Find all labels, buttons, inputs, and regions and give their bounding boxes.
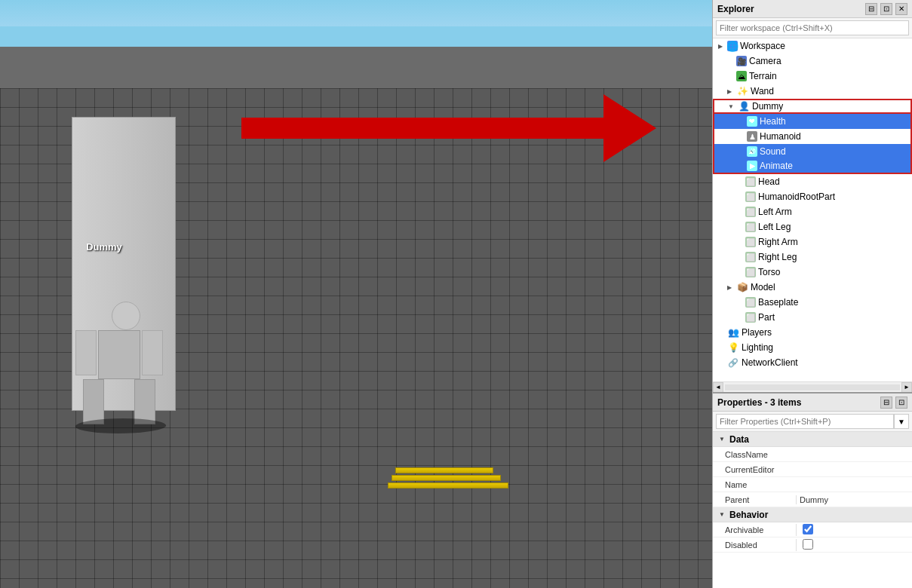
prop-name-classname: ClassName xyxy=(713,450,796,459)
item-icon-leftarm: ⬜ xyxy=(745,207,756,217)
tree-item-networkclient[interactable]: 🔗NetworkClient xyxy=(713,355,912,370)
tree-item-torso[interactable]: ⬜Torso xyxy=(713,265,912,280)
item-label-players: Players xyxy=(742,327,772,338)
prop-value-parent: Dummy xyxy=(796,495,912,504)
item-icon-head: ⬜ xyxy=(745,176,756,187)
char-right-leg xyxy=(134,379,155,424)
item-icon-players: 👥 xyxy=(727,326,739,338)
hscroll-left-btn[interactable]: ◄ xyxy=(713,382,723,393)
tree-item-leftarm[interactable]: ⬜Left Arm xyxy=(713,204,912,219)
item-icon-dummy-group: 👤 xyxy=(738,100,750,112)
tree-item-health[interactable]: ❤Health xyxy=(713,114,912,129)
tree-item-rightleg[interactable]: ⬜Right Leg xyxy=(713,250,912,265)
item-icon-part: ⬜ xyxy=(745,312,756,323)
prop-section-behavior[interactable]: ▼Behavior xyxy=(713,507,912,522)
viewport[interactable]: Dummy xyxy=(0,0,712,588)
properties-panel: Properties - 3 items ⊟ ⊡ ▼ ▼DataClassNam… xyxy=(713,392,912,588)
item-label-sound: Sound xyxy=(760,146,786,157)
tree-arrow-wand[interactable] xyxy=(725,87,734,96)
tree-item-humanoid[interactable]: ♟Humanoid xyxy=(713,129,912,144)
hscroll-track[interactable] xyxy=(725,384,900,390)
prop-row-name: Name xyxy=(713,477,912,492)
item-label-rightleg: Right Leg xyxy=(758,252,797,262)
item-label-part: Part xyxy=(758,312,775,323)
properties-content: ▼DataClassNameCurrentEditorNameParentDum… xyxy=(713,432,912,588)
prop-row-disabled: Disabled xyxy=(713,537,912,553)
tree-item-terrain[interactable]: ⛰Terrain xyxy=(713,69,912,84)
item-icon-wand: ✨ xyxy=(736,85,748,97)
tree-item-workspace[interactable]: 🌐Workspace xyxy=(713,38,912,54)
tree-item-players[interactable]: 👥Players xyxy=(713,325,912,340)
item-icon-humanoidrootpart: ⬜ xyxy=(745,191,756,202)
item-label-dummy-group: Dummy xyxy=(752,101,783,112)
prop-row-archivable: Archivable xyxy=(713,522,912,537)
tree-item-part[interactable]: ⬜Part xyxy=(713,310,912,325)
item-label-humanoidrootpart: HumanoidRootPart xyxy=(758,191,835,202)
tree-arrow-workspace[interactable] xyxy=(716,41,725,51)
item-label-head: Head xyxy=(758,176,780,187)
arrow-head xyxy=(603,94,656,162)
properties-filter-arrow[interactable]: ▼ xyxy=(894,414,909,429)
stack-object xyxy=(388,467,508,490)
prop-row-currenteditor: CurrentEditor xyxy=(713,462,912,477)
prop-section-arrow-behavior: ▼ xyxy=(717,510,726,519)
item-icon-model: 📦 xyxy=(736,281,748,293)
explorer-filter-input[interactable] xyxy=(716,20,909,35)
char-torso xyxy=(98,330,140,379)
tree-arrow-model[interactable] xyxy=(725,283,734,292)
item-icon-rightleg: ⬜ xyxy=(745,252,756,262)
explorer-title: Explorer xyxy=(717,4,754,14)
char-left-arm xyxy=(75,330,97,375)
tree-item-lighting[interactable]: 💡Lighting xyxy=(713,340,912,355)
item-icon-sound: 🔊 xyxy=(747,146,757,157)
explorer-minimize-btn[interactable]: ⊟ xyxy=(865,3,877,15)
item-label-baseplate: Baseplate xyxy=(758,297,798,308)
prop-value-disabled[interactable] xyxy=(796,539,912,551)
explorer-hscroll[interactable]: ◄ ► xyxy=(713,381,912,392)
prop-checkbox-archivable[interactable] xyxy=(803,524,813,534)
item-icon-baseplate: ⬜ xyxy=(745,297,756,308)
tree-item-dummy-group[interactable]: 👤Dummy xyxy=(713,99,912,114)
item-icon-animate: ▶ xyxy=(747,161,757,171)
tree-item-humanoidrootpart[interactable]: ⬜HumanoidRootPart xyxy=(713,189,912,204)
tree-item-rightarm[interactable]: ⬜Right Arm xyxy=(713,234,912,250)
item-label-model: Model xyxy=(751,282,775,292)
tree-item-wand[interactable]: ✨Wand xyxy=(713,84,912,99)
item-icon-humanoid: ♟ xyxy=(747,131,757,142)
tree-item-head[interactable]: ⬜Head xyxy=(713,174,912,189)
prop-value-archivable[interactable] xyxy=(796,524,912,536)
item-label-terrain: Terrain xyxy=(749,71,777,81)
explorer-header: Explorer ⊟ ⊡ ✕ xyxy=(713,0,912,18)
prop-name-archivable: Archivable xyxy=(713,525,796,534)
item-label-rightarm: Right Arm xyxy=(758,237,798,247)
item-icon-workspace: 🌐 xyxy=(727,41,738,51)
properties-minimize-btn[interactable]: ⊟ xyxy=(880,397,892,409)
tree-item-model[interactable]: 📦Model xyxy=(713,280,912,295)
prop-name-name: Name xyxy=(713,480,796,489)
tree-item-animate[interactable]: ▶Animate xyxy=(713,159,912,174)
right-panel: Explorer ⊟ ⊡ ✕ 🌐Workspace🎥Camera⛰Terrain… xyxy=(712,0,912,588)
explorer-tree[interactable]: 🌐Workspace🎥Camera⛰Terrain✨Wand👤Dummy❤Hea… xyxy=(713,38,912,381)
tree-item-baseplate[interactable]: ⬜Baseplate xyxy=(713,295,912,310)
item-icon-torso: ⬜ xyxy=(745,267,756,277)
explorer-close-btn[interactable]: ✕ xyxy=(895,3,907,15)
dummy-label: Dummy xyxy=(86,241,122,253)
properties-header: Properties - 3 items ⊟ ⊡ xyxy=(713,394,912,412)
properties-maximize-btn[interactable]: ⊡ xyxy=(895,397,907,409)
tree-item-sound[interactable]: 🔊Sound xyxy=(713,144,912,159)
tree-item-camera[interactable]: 🎥Camera xyxy=(713,54,912,69)
item-icon-leftleg: ⬜ xyxy=(745,222,756,232)
item-label-camera: Camera xyxy=(749,56,781,66)
properties-filter-input[interactable] xyxy=(716,414,894,429)
arrow-shaft xyxy=(241,118,603,139)
explorer-maximize-btn[interactable]: ⊡ xyxy=(880,3,892,15)
tree-arrow-dummy-group[interactable] xyxy=(726,102,735,111)
item-label-leftleg: Left Leg xyxy=(758,222,791,232)
item-icon-networkclient: 🔗 xyxy=(727,357,739,369)
prop-checkbox-disabled[interactable] xyxy=(803,539,813,550)
prop-section-data[interactable]: ▼Data xyxy=(713,432,912,447)
item-label-networkclient: NetworkClient xyxy=(742,357,798,368)
hscroll-right-btn[interactable]: ► xyxy=(901,382,912,393)
tree-item-leftleg[interactable]: ⬜Left Leg xyxy=(713,219,912,234)
item-label-lighting: Lighting xyxy=(742,342,773,353)
